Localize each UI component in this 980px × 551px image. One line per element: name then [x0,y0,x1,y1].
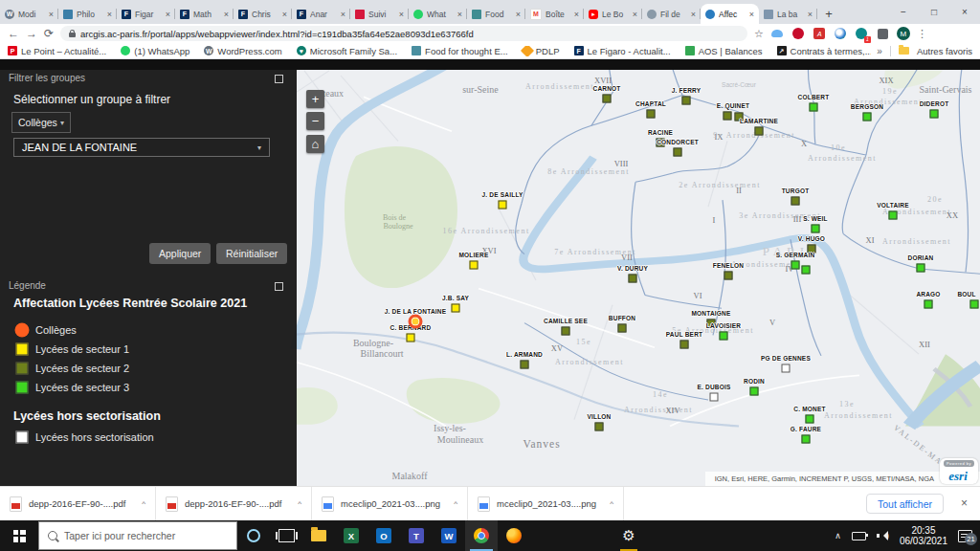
tab-close-icon[interactable]: × [574,10,579,19]
tab-close-icon[interactable]: × [166,10,170,19]
download-chip[interactable]: depp-2016-EF-90-....pdf^ [156,487,312,520]
acrobat-extension-icon[interactable]: A [813,27,827,41]
minimize-button[interactable]: − [888,7,919,17]
tab-close-icon[interactable]: × [749,10,754,19]
download-chip[interactable]: mceclip0_2021-03....png^ [468,487,624,520]
school-marker[interactable] [802,435,811,444]
school-marker[interactable] [791,261,800,270]
vpn-extension-icon[interactable] [834,27,848,41]
zoom-in-button[interactable]: + [306,90,324,108]
chrome-taskbar-button[interactable] [465,520,498,551]
school-marker[interactable] [629,275,637,283]
browser-tab[interactable]: What× [409,4,467,24]
browser-tab[interactable]: MBoîte× [525,4,584,24]
bookmark-item[interactable]: ♥Microsoft Family Sa... [297,46,397,56]
school-marker[interactable] [930,110,939,119]
forward-icon[interactable]: → [26,28,37,39]
firefox-taskbar-button[interactable] [498,520,530,551]
extensions-puzzle-icon[interactable] [876,27,890,41]
browser-tab[interactable]: ▸Le Bo× [584,4,642,24]
apply-button[interactable]: Appliquer [149,243,211,264]
school-marker[interactable] [750,387,759,396]
school-marker[interactable] [407,334,415,342]
taskbar-clock[interactable]: 20:35 06/03/2021 [900,525,947,547]
school-select[interactable]: JEAN DE LA FONTAINE ▾ [13,138,270,157]
zoom-out-button[interactable]: − [306,112,324,130]
school-marker[interactable] [724,272,733,280]
tab-close-icon[interactable]: × [633,10,637,19]
settings-button[interactable]: ⚙ [612,520,645,551]
browser-tab[interactable]: Affec× [701,4,759,24]
teams-taskbar-button[interactable]: T [400,520,433,551]
start-button[interactable] [0,520,38,551]
school-marker[interactable] [782,364,791,373]
download-chip[interactable]: depp-2016-EF-90-....pdf^ [0,487,156,520]
task-view-button[interactable] [270,520,302,551]
school-marker[interactable] [674,148,682,157]
download-caret-icon[interactable]: ^ [454,499,457,508]
tab-close-icon[interactable]: × [282,10,287,19]
school-marker[interactable] [970,300,979,309]
battery-icon[interactable] [852,532,866,540]
browser-tab[interactable]: FChris× [234,4,292,24]
download-caret-icon[interactable]: ^ [142,499,145,508]
school-marker[interactable] [802,266,811,275]
bookmark-item[interactable]: PLe Point – Actualité... [8,46,106,56]
browser-tab[interactable]: WModi× [0,4,58,24]
new-tab-button[interactable]: + [817,4,840,24]
close-button[interactable]: × [949,7,980,17]
school-marker[interactable] [603,95,612,103]
school-marker[interactable] [863,113,872,121]
school-marker[interactable] [562,327,570,336]
school-marker[interactable] [812,225,820,233]
school-marker[interactable] [710,393,719,402]
notification-center-button[interactable]: 21 [958,530,972,542]
reset-button[interactable]: Réinitialiser [216,243,287,264]
excel-taskbar-button[interactable]: X [335,520,368,551]
school-marker[interactable] [889,211,898,220]
tab-close-icon[interactable]: × [516,10,521,19]
taskbar-search-input[interactable]: Taper ici pour rechercher [38,521,237,550]
school-marker[interactable] [682,97,691,105]
bookmark-item[interactable]: FLe Figaro - Actualit... [574,46,671,56]
file-explorer-taskbar-button[interactable] [302,520,335,551]
other-favorites[interactable]: Autres favoris [917,46,972,56]
outlook-taskbar-button[interactable]: O [368,520,400,551]
word-taskbar-button[interactable]: W [433,520,465,551]
download-chip[interactable]: mceclip0_2021-03....png^ [312,487,468,520]
school-marker[interactable] [806,415,814,424]
school-marker[interactable] [618,324,627,333]
back-icon[interactable]: ← [8,28,19,39]
reload-icon[interactable]: ⟳ [44,28,54,39]
cortana-button[interactable] [237,520,270,551]
maximize-button[interactable]: □ [919,7,949,17]
badge-extension-icon[interactable] [855,27,869,41]
browser-tab[interactable]: FAnar× [292,4,350,24]
speaker-icon[interactable]: ) [877,531,889,540]
tab-close-icon[interactable]: × [691,10,696,19]
adblock-extension-icon[interactable] [791,27,806,41]
tab-close-icon[interactable]: × [399,10,404,19]
school-marker[interactable] [924,300,933,309]
browser-menu-icon[interactable]: ⋮ [917,28,927,40]
tray-chevron-icon[interactable]: ∧ [835,531,841,540]
school-marker[interactable] [755,127,764,136]
bookmark-item[interactable]: AOS | Balances [685,46,763,56]
browser-tab[interactable]: FMath× [175,4,234,24]
download-caret-icon[interactable]: ^ [298,499,301,508]
bookmark-item[interactable]: WWordPress.com [204,46,281,56]
selected-college-marker[interactable] [409,315,423,329]
tab-close-icon[interactable]: × [49,10,54,19]
tab-close-icon[interactable]: × [107,10,112,19]
school-marker[interactable] [521,361,529,369]
tab-close-icon[interactable]: × [341,10,345,19]
school-marker[interactable] [470,261,479,270]
tab-close-icon[interactable]: × [457,10,462,19]
school-marker[interactable] [791,197,800,206]
tab-close-icon[interactable]: × [808,10,813,19]
bookmark-item[interactable]: PDLP [523,46,560,56]
school-marker[interactable] [917,264,925,273]
browser-tab[interactable]: Food× [467,4,525,24]
school-marker[interactable] [647,110,656,119]
school-marker[interactable] [810,103,818,112]
